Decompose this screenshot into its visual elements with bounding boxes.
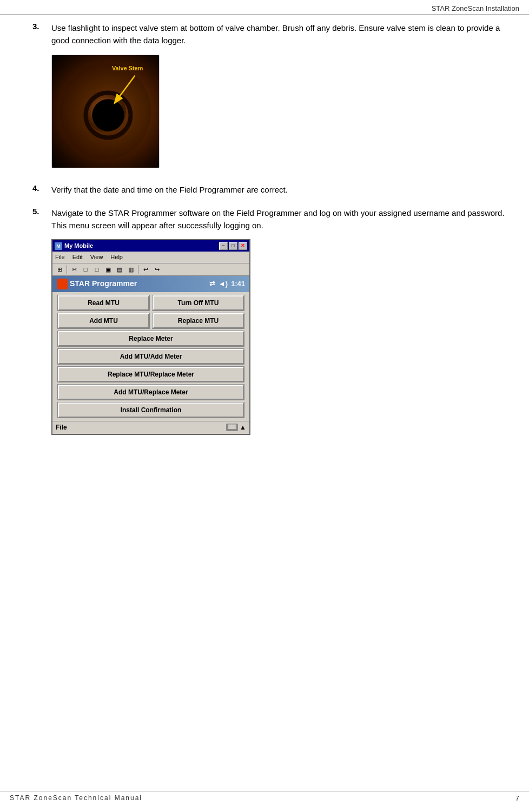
mobile-titlebar-left: M My Mobile: [55, 241, 93, 250]
menu-help[interactable]: Help: [109, 252, 124, 262]
step-4: 4. Verify that the date and time on the …: [32, 183, 507, 196]
button-row-5: Replace MTU/Replace Meter: [58, 367, 244, 382]
toolbar-separator-2: [138, 265, 138, 274]
top-rule: [0, 14, 529, 15]
toolbar-redo-icon[interactable]: ↪: [151, 265, 162, 274]
button-row-2: Add MTU Replace MTU: [58, 313, 244, 328]
mobile-buttons-area: Read MTU Turn Off MTU Add MTU Replace MT…: [52, 292, 249, 421]
add-mtu-replace-meter-button[interactable]: Add MTU/Replace Meter: [58, 385, 244, 400]
mobile-window-controls: − □ ✕: [219, 242, 247, 250]
toolbar-copy-icon[interactable]: □: [80, 265, 91, 274]
volume-icon: ◄): [219, 279, 228, 289]
mobile-window-icon: M: [55, 242, 62, 250]
star-programmer-header: STAR Programmer ⇄ ◄) 1:41: [52, 276, 249, 292]
menu-view[interactable]: View: [89, 252, 105, 262]
toolbar-icon-6[interactable]: ▥: [125, 265, 136, 274]
page-footer: STAR ZoneScan Technical Manual 7: [0, 791, 529, 802]
step-4-number: 4.: [32, 183, 51, 196]
install-confirmation-button[interactable]: Install Confirmation: [58, 402, 244, 418]
mobile-titlebar: M My Mobile − □ ✕: [52, 240, 249, 252]
statusbar-right: ▲: [226, 422, 246, 433]
toolbar-cut-icon[interactable]: ✂: [69, 265, 80, 274]
valve-stem-image-container: Valve Stem: [51, 55, 507, 168]
button-row-7: Install Confirmation: [58, 402, 244, 418]
step-5-text: Navigate to the STAR Programmer software…: [51, 208, 505, 230]
add-mtu-add-meter-button[interactable]: Add MTU/Add Meter: [58, 349, 244, 364]
step-3-text: Use flashlight to inspect valve stem at …: [51, 23, 500, 45]
button-row-6: Add MTU/Replace Meter: [58, 385, 244, 400]
star-header-left: STAR Programmer: [57, 278, 137, 290]
footer-left-text: STAR ZoneScan Technical Manual: [10, 794, 142, 802]
toolbar-undo-icon[interactable]: ↩: [140, 265, 151, 274]
button-row-1: Read MTU Turn Off MTU: [58, 295, 244, 311]
step-5-number: 5.: [32, 207, 51, 439]
page-number: 7: [515, 794, 519, 802]
main-content: 3. Use flashlight to inspect valve stem …: [32, 22, 507, 780]
turn-off-mtu-button[interactable]: Turn Off MTU: [153, 295, 244, 311]
menu-file[interactable]: File: [54, 252, 67, 262]
star-programmer-title: STAR Programmer: [70, 278, 137, 290]
step-3-content: Use flashlight to inspect valve stem at …: [51, 22, 507, 173]
svg-point-2: [92, 99, 124, 131]
star-header-right: ⇄ ◄) 1:41: [209, 279, 245, 289]
replace-mtu-replace-meter-button[interactable]: Replace MTU/Replace Meter: [58, 367, 244, 382]
close-button[interactable]: ✕: [239, 242, 247, 250]
add-mtu-button[interactable]: Add MTU: [58, 313, 149, 328]
valve-stem-image: Valve Stem: [51, 55, 160, 168]
read-mtu-button[interactable]: Read MTU: [58, 295, 149, 311]
mobile-statusbar: File ▲: [52, 421, 249, 434]
toolbar-paste-icon[interactable]: □: [91, 265, 102, 274]
replace-mtu-button[interactable]: Replace MTU: [153, 313, 244, 328]
mobile-title: My Mobile: [64, 241, 93, 250]
minimize-button[interactable]: −: [219, 242, 228, 250]
mobile-menubar: File Edit View Help: [52, 252, 249, 263]
mobile-toolbar: ⊞ ✂ □ □ ▣ ▤ ▥ ↩ ↪: [52, 263, 249, 276]
toolbar-icon-5[interactable]: ▤: [114, 265, 125, 274]
time-display: 1:41: [231, 279, 245, 289]
signal-icon: ⇄: [209, 279, 215, 289]
replace-meter-button[interactable]: Replace Meter: [58, 331, 244, 346]
page-header-title: STAR ZoneScan Installation: [432, 4, 519, 12]
toolbar-icon-1[interactable]: ⊞: [54, 265, 65, 274]
button-row-3: Replace Meter: [58, 331, 244, 346]
valve-stem-svg: Valve Stem: [52, 55, 159, 168]
mobile-screen: M My Mobile − □ ✕ File Edit View: [51, 239, 250, 434]
maximize-button[interactable]: □: [229, 242, 237, 250]
toolbar-separator-1: [67, 265, 67, 274]
step-3: 3. Use flashlight to inspect valve stem …: [32, 22, 507, 173]
keyboard-icon: [226, 424, 238, 431]
step-3-number: 3.: [32, 22, 51, 173]
step-5: 5. Navigate to the STAR Programmer softw…: [32, 207, 507, 439]
statusbar-file-label: File: [56, 422, 67, 433]
step-4-text: Verify that the date and time on the Fie…: [51, 183, 507, 196]
toolbar-icon-4[interactable]: ▣: [103, 265, 114, 274]
mobile-app-container: M My Mobile − □ ✕ File Edit View: [51, 239, 507, 434]
svg-text:Valve Stem: Valve Stem: [112, 64, 143, 71]
menu-edit[interactable]: Edit: [71, 252, 84, 262]
statusbar-arrow-icon: ▲: [240, 422, 246, 433]
button-row-4: Add MTU/Add Meter: [58, 349, 244, 364]
star-logo-icon: [57, 279, 68, 289]
step-5-content: Navigate to the STAR Programmer software…: [51, 207, 507, 439]
